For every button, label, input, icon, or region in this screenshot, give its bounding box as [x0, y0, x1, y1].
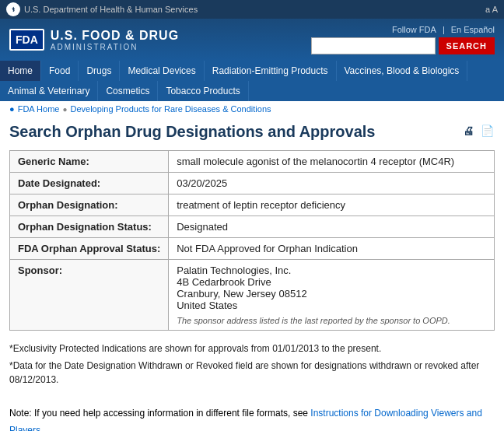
label-approval-status: FDA Orphan Approval Status:	[10, 238, 169, 260]
label-sponsor: Sponsor:	[10, 260, 169, 331]
table-row: Generic Name: small molecule agonist of …	[10, 151, 495, 173]
breadcrumb: ● FDA Home ● Developing Products for Rar…	[0, 101, 504, 117]
nav-item-radiation[interactable]: Radiation-Emitting Products	[205, 61, 337, 81]
search-input[interactable]	[311, 37, 436, 54]
footer-note-1: *Exclusivity Protected Indications are s…	[9, 342, 495, 356]
page-actions: 🖨 📄	[460, 123, 495, 138]
header-links: Follow FDA | En Español	[392, 25, 495, 34]
nav-item-medical-devices[interactable]: Medical Devices	[120, 61, 204, 81]
note-text-before: Note: If you need help accessing informa…	[9, 408, 310, 419]
value-sponsor: Palatin Technologies, Inc. 4B Cedarbrook…	[169, 260, 495, 331]
value-generic-name: small molecule agonist of the melanocort…	[169, 151, 495, 173]
nav-item-animal[interactable]: Animal & Veterinary	[0, 81, 98, 101]
table-row: Orphan Designation Status: Designated	[10, 216, 495, 238]
breadcrumb-icon: ●	[9, 104, 15, 114]
label-date-designated: Date Designated:	[10, 173, 169, 194]
breadcrumb-fda-home[interactable]: FDA Home	[18, 104, 60, 114]
en-espanol-link[interactable]: En Español	[451, 25, 495, 34]
fda-name: U.S. FOOD & DRUG ADMINISTRATION	[51, 29, 179, 51]
detail-table: Generic Name: small molecule agonist of …	[9, 150, 495, 331]
footer-notes: *Exclusivity Protected Indications are s…	[0, 337, 504, 394]
value-approval-status: Not FDA Approved for Orphan Indication	[169, 238, 495, 260]
fda-name-line2: ADMINISTRATION	[51, 43, 179, 51]
search-bar: SEARCH	[311, 37, 495, 54]
fda-badge: FDA	[9, 29, 44, 51]
fda-name-line1: U.S. FOOD & DRUG	[51, 29, 179, 43]
page-title: Search Orphan Drug Designations and Appr…	[9, 123, 375, 141]
org-name: U.S. Department of Health & Human Servic…	[24, 5, 198, 14]
label-designation-status: Orphan Designation Status:	[10, 216, 169, 238]
nav-item-food[interactable]: Food	[41, 61, 79, 81]
table-row: Orphan Designation: treatment of leptin …	[10, 194, 495, 216]
print-icon[interactable]: 🖨	[460, 123, 476, 138]
nav-item-tobacco[interactable]: Tobacco Products	[158, 81, 248, 101]
accessibility-note: Note: If you need help accessing informa…	[0, 401, 504, 431]
page-title-area: Search Orphan Drug Designations and Appr…	[0, 117, 504, 144]
nav-item-vaccines[interactable]: Vaccines, Blood & Biologics	[337, 61, 468, 81]
top-bar: ⚕ U.S. Department of Health & Human Serv…	[0, 0, 504, 19]
follow-fda-link[interactable]: Follow FDA	[392, 25, 436, 34]
label-orphan-designation: Orphan Designation:	[10, 194, 169, 216]
breadcrumb-sep: ●	[62, 105, 67, 114]
table-row: Sponsor: Palatin Technologies, Inc. 4B C…	[10, 260, 495, 331]
value-designation-status: Designated	[169, 216, 495, 238]
header: FDA U.S. FOOD & DRUG ADMINISTRATION Foll…	[0, 19, 504, 61]
top-bar-left: ⚕ U.S. Department of Health & Human Serv…	[6, 2, 198, 16]
nav-item-drugs[interactable]: Drugs	[79, 61, 120, 81]
sponsor-note: The sponsor address listed is the last r…	[177, 316, 486, 325]
value-orphan-designation: treatment of leptin receptor deficiency	[169, 194, 495, 216]
table-row: FDA Orphan Approval Status: Not FDA Appr…	[10, 238, 495, 260]
nav: Home Food Drugs Medical Devices Radiatio…	[0, 61, 504, 101]
search-button[interactable]: SEARCH	[439, 37, 495, 54]
header-right: Follow FDA | En Español SEARCH	[311, 25, 495, 54]
label-generic-name: Generic Name:	[10, 151, 169, 173]
value-date-designated: 03/20/2025	[169, 173, 495, 194]
resize-control[interactable]: a A	[485, 5, 498, 14]
nav-item-home[interactable]: Home	[0, 61, 41, 81]
fda-logo: FDA U.S. FOOD & DRUG ADMINISTRATION	[9, 29, 179, 51]
nav-item-cosmetics[interactable]: Cosmetics	[98, 81, 158, 101]
breadcrumb-rare-diseases[interactable]: Developing Products for Rare Diseases & …	[71, 104, 271, 114]
table-row: Date Designated: 03/20/2025	[10, 173, 495, 194]
footer-note-2: *Data for the Date Designation Withdrawn…	[9, 359, 495, 387]
pdf-icon[interactable]: 📄	[479, 123, 495, 138]
hhs-seal-icon: ⚕	[6, 2, 20, 16]
note-text-after: .	[40, 425, 43, 431]
